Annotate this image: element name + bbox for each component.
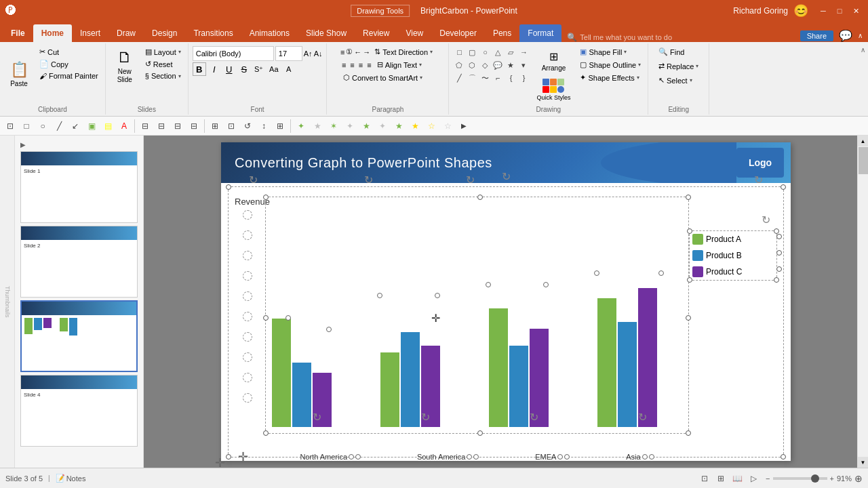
tab-home[interactable]: Home — [33, 24, 72, 42]
text-highlight-icon[interactable]: ▤ — [100, 119, 115, 134]
window-controls[interactable]: ─ □ ✕ — [816, 4, 863, 18]
handle-x-sa1[interactable] — [467, 454, 472, 460]
handle-outer-br[interactable] — [781, 454, 786, 460]
handle-inner-bl[interactable] — [263, 430, 269, 436]
text-direction-button[interactable]: ⇅ Text Direction ▾ — [372, 46, 435, 58]
star4-icon[interactable]: ✦ — [294, 119, 309, 134]
handle-outer-tr[interactable] — [781, 184, 786, 190]
handle-legend-a-r[interactable] — [776, 234, 782, 239]
rotation-handle-m2[interactable]: ↻ — [466, 174, 475, 186]
minimize-button[interactable]: ─ — [816, 4, 830, 18]
slide-sorter-button[interactable]: ⊞ — [714, 472, 728, 485]
section-button[interactable]: § Section ▾ — [142, 70, 184, 81]
rect-shape[interactable]: □ — [453, 46, 465, 58]
handle-inner-ml[interactable] — [263, 315, 269, 321]
ribbon-collapse-button[interactable]: ∧ — [858, 32, 863, 39]
distribute-tool[interactable]: ⊞ — [273, 119, 288, 134]
size-height-tool[interactable]: ↕ — [256, 119, 271, 134]
curve-shape[interactable]: ⌒ — [466, 72, 478, 84]
zoom-out-icon[interactable]: − — [766, 474, 770, 483]
bold-button[interactable]: B — [193, 62, 206, 76]
brace-shape[interactable]: } — [517, 72, 530, 84]
bottom-move-handle[interactable]: ✛ — [238, 449, 248, 464]
align-right-tool[interactable]: ⊟ — [170, 119, 185, 134]
fit-button[interactable]: ⊕ — [854, 473, 863, 484]
star12-icon[interactable]: ☆ — [424, 119, 439, 134]
more-shapes-icon[interactable]: ▶ — [456, 119, 471, 134]
slide-thumb-1[interactable]: Slide 1 — [20, 151, 138, 223]
handle-x-na1[interactable] — [349, 454, 354, 460]
format-painter-button[interactable]: 🖌 Format Painter — [37, 70, 101, 81]
handle-inner-tm[interactable] — [477, 195, 483, 200]
increase-font-button[interactable]: A↑ — [304, 49, 313, 58]
tab-insert[interactable]: Insert — [72, 24, 108, 42]
handle-legend-tr[interactable] — [774, 228, 779, 234]
handle-asia[interactable] — [594, 270, 599, 276]
handle-na2[interactable] — [326, 327, 332, 332]
shape-fill-button[interactable]: ▣ Shape Fill ▾ — [577, 46, 644, 58]
tab-format[interactable]: Format — [519, 24, 561, 42]
font-color-icon[interactable]: A — [117, 119, 132, 134]
star7-icon[interactable]: ✦ — [342, 119, 357, 134]
replace-button[interactable]: ⇄ Replace ▾ — [656, 60, 701, 72]
star13-icon[interactable]: ☆ — [440, 119, 455, 134]
star8-icon[interactable]: ★ — [359, 119, 374, 134]
justify-button[interactable]: ≡ — [366, 60, 372, 70]
slide-thumb-4[interactable]: Slide 4 — [20, 375, 138, 447]
handle-x-emea1[interactable] — [557, 454, 563, 460]
search-placeholder[interactable]: Tell me what you want to do — [580, 33, 672, 41]
handle-emea2[interactable] — [543, 282, 549, 287]
star9-icon[interactable]: ✦ — [375, 119, 390, 134]
parallelogram-shape[interactable]: ▱ — [505, 46, 517, 58]
handle-inner-mr[interactable] — [686, 315, 691, 321]
underline-button[interactable]: U — [222, 62, 236, 76]
y-handle-5[interactable] — [243, 291, 252, 301]
star-shape[interactable]: ★ — [505, 59, 517, 71]
copy-button[interactable]: 📄 Copy — [37, 58, 101, 70]
arrow-right-down-icon[interactable]: ↙ — [68, 119, 83, 134]
line-tool-icon[interactable]: ╱ — [52, 119, 66, 134]
connector-shape[interactable]: ⌐ — [492, 72, 504, 84]
rotate-tool[interactable]: ↺ — [240, 119, 255, 134]
justify-tool[interactable]: ⊟ — [186, 119, 201, 134]
align-text-button[interactable]: ⊟ Align Text ▾ — [374, 59, 425, 70]
handle-x-emea2[interactable] — [564, 454, 570, 460]
tab-developer[interactable]: Developer — [431, 24, 485, 42]
scroll-thumb[interactable] — [859, 147, 868, 174]
tab-transitions[interactable]: Transitions — [185, 24, 241, 42]
move-handle[interactable]: ✛ — [215, 455, 225, 468]
align-left-tool[interactable]: ⊟ — [138, 119, 153, 134]
increase-indent-button[interactable]: → — [363, 48, 370, 56]
star11-icon[interactable]: ★ — [408, 119, 422, 134]
star6-icon[interactable]: ✶ — [326, 119, 341, 134]
rotation-handle-mid[interactable]: ↻ — [364, 174, 373, 186]
rot-emea[interactable]: ↻ — [530, 411, 538, 424]
handle-inner-bm[interactable] — [477, 430, 483, 436]
y-handle-3[interactable] — [243, 251, 252, 260]
bar-asia-green[interactable] — [597, 298, 616, 427]
rot-sa[interactable]: ↻ — [421, 411, 430, 424]
hexagon-shape[interactable]: ⬡ — [466, 59, 478, 71]
align-right-button[interactable]: ≡ — [357, 60, 364, 70]
handle-x-asia2[interactable] — [649, 454, 654, 460]
bar-emea-blue[interactable] — [509, 346, 528, 427]
bar-sa-green[interactable] — [380, 352, 399, 427]
pentagon-shape[interactable]: ⬠ — [453, 59, 465, 71]
shadow-button[interactable]: S⁺ — [252, 62, 266, 76]
align-center-button[interactable]: ≡ — [349, 60, 355, 70]
star10-icon[interactable]: ★ — [391, 119, 406, 134]
y-handle-6[interactable] — [243, 312, 252, 321]
strikethrough-button[interactable]: S — [237, 62, 251, 76]
share-button[interactable]: Share — [800, 30, 833, 41]
new-slide-button[interactable]: 🗋 NewSlide — [110, 46, 140, 87]
handle-sa2[interactable] — [435, 293, 440, 298]
tab-slideshow[interactable]: Slide Show — [298, 24, 355, 42]
zoom-slider-thumb[interactable] — [811, 474, 819, 483]
y-handle-8[interactable] — [243, 352, 252, 362]
rounded-rect-shape[interactable]: ▢ — [466, 46, 478, 58]
normal-view-button[interactable]: ⊡ — [698, 472, 711, 485]
handle-x-sa2[interactable] — [473, 454, 479, 460]
tab-file[interactable]: File — [3, 24, 33, 42]
handle-x-na2[interactable] — [355, 454, 361, 460]
tab-draw[interactable]: Draw — [108, 24, 144, 42]
